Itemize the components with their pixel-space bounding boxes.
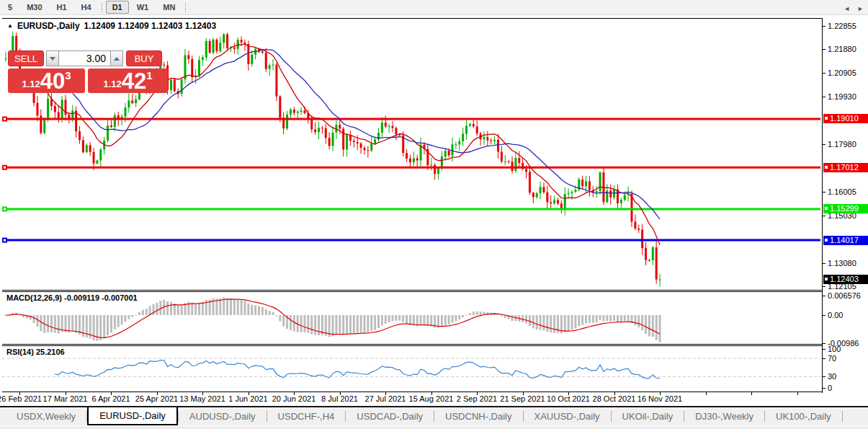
bid-price-prefix: 1.12 (22, 79, 40, 92)
date-label: 20 Jun 2021 (272, 394, 316, 403)
price-axis-label: 1.21880 (828, 45, 856, 53)
date-label: 27 Jul 2021 (365, 394, 406, 403)
price-axis-tick (823, 358, 826, 359)
price-axis-tick (823, 144, 826, 145)
price-axis-tick (823, 192, 826, 193)
price-axis-tick (823, 263, 826, 264)
date-axis-tick (706, 392, 707, 395)
main-chart-panel: ▲ EURUSD-,Daily 1.12409 1.12409 1.12403 … (2, 18, 822, 291)
timeframe-button-5[interactable]: 5 (1, 1, 19, 14)
volume-spinner: 3.00 (46, 50, 123, 66)
date-label: 1 Jun 2021 (228, 394, 267, 403)
timeframe-button-m30[interactable]: M30 (20, 1, 48, 14)
timeframe-button-mn[interactable]: MN (156, 1, 182, 14)
price-axis-tick (823, 49, 826, 50)
ask-price-box[interactable]: 1.12421 (88, 68, 168, 93)
chart-tab-usdx-weekly[interactable]: USDX,Weekly (6, 407, 86, 425)
price-axis-label: 70 (828, 354, 836, 363)
date-label: 15 Aug 2021 (409, 394, 454, 403)
price-axis-tick (823, 388, 826, 389)
chart-tab-ukoil-daily[interactable]: UKOil-,Daily (612, 407, 684, 425)
price-axis-tick (823, 343, 826, 344)
ask-price-pip: 1 (146, 68, 152, 81)
sell-button[interactable]: SELL (8, 50, 44, 66)
macd-label: MACD(12,26,9) -0.009119 -0.007001 (6, 293, 138, 302)
rsi-chart (2, 346, 820, 392)
timeframe-button-w1[interactable]: W1 (130, 1, 156, 14)
price-badge-119010: 1.19010 (823, 114, 868, 123)
chart-tab-bar: USDX,WeeklyEURUSD-,DailyAUDUSD-,DailyUSD… (0, 406, 868, 425)
one-click-trading-panel: SELL 3.00 BUY 1.12403 1.12421 (8, 50, 168, 93)
date-label: 13 May 2021 (179, 394, 225, 403)
ask-price-prefix: 1.12 (103, 79, 121, 92)
tab-scroll-nav: ◄ ► (844, 5, 864, 12)
date-label: 8 Jul 2021 (321, 394, 358, 403)
date-axis: 26 Feb 202117 Mar 20216 Apr 202125 Apr 2… (2, 392, 822, 406)
volume-input[interactable]: 3.00 (59, 50, 110, 66)
chart-ohlc-values: 1.12409 1.12409 1.12403 1.12403 (84, 21, 217, 31)
price-axis-tick (823, 216, 826, 216)
buy-button[interactable]: BUY (126, 50, 162, 66)
price-axis-label: 0 (828, 384, 832, 392)
price-axis-label: 1.22855 (828, 22, 856, 30)
tab-scroll-left-icon[interactable]: ◄ (844, 5, 850, 12)
chart-tab-usdcnh-daily[interactable]: USDCNH-,Daily (434, 407, 522, 425)
chart-symbol-label: EURUSD-,Daily (17, 21, 80, 31)
chart-tab-usdchf-h4[interactable]: USDCHF-,H4 (267, 407, 346, 425)
volume-decrease-button[interactable] (46, 50, 59, 66)
tab-separator (842, 411, 843, 422)
tab-scroll-right-icon[interactable]: ► (857, 5, 864, 12)
chart-tab-dj30-weekly[interactable]: DJ30-,Weekly (684, 407, 764, 425)
price-axis-label: 1.16005 (828, 187, 856, 196)
price-axis-tick (823, 296, 826, 296)
price-axis-tick (823, 97, 826, 97)
chart-tab-uk100-daily[interactable]: UK100-,Daily (765, 407, 842, 425)
trading-terminal-window: 5M30H1H4D1W1MN ▲ EURUSD-,Daily 1.12409 1… (0, 0, 868, 429)
price-axis-tick (823, 349, 826, 350)
macd-indicator-panel: MACD(12,26,9) -0.009119 -0.007001 (2, 291, 822, 345)
timeframe-button-h4[interactable]: H4 (75, 1, 98, 14)
price-axis-label: 100 (828, 345, 841, 353)
timeframe-button-h1[interactable]: H1 (50, 1, 73, 14)
price-badge-114017: 1.14017 (823, 236, 868, 245)
price-badge-115299: 1.15299 (823, 204, 868, 213)
price-badge-117012: 1.17012 (823, 163, 868, 172)
date-label: 26 Feb 2021 (0, 394, 42, 403)
chart-title: ▲ EURUSD-,Daily 1.12409 1.12409 1.12403 … (7, 21, 216, 31)
date-label: 25 Apr 2021 (135, 394, 178, 403)
ask-price-main: 42 (122, 71, 146, 92)
chart-collapse-icon[interactable]: ▲ (7, 22, 13, 29)
arrow-down-icon (50, 57, 55, 61)
price-badge-current: 1.12403 (823, 275, 868, 284)
timeframe-button-d1[interactable]: D1 (106, 1, 129, 14)
price-axis-label: 1.13080 (828, 259, 856, 267)
date-label: 17 Mar 2021 (43, 394, 88, 403)
date-axis-tick (751, 392, 752, 395)
price-axis-label: 1.19930 (828, 92, 856, 101)
chart-tab-usdcad-daily[interactable]: USDCAD-,Daily (346, 407, 434, 425)
date-label: 21 Sep 2021 (500, 394, 545, 403)
price-axis-label: 1.20905 (828, 68, 856, 77)
volume-increase-button[interactable] (110, 50, 123, 66)
chart-tab-xauusd-daily[interactable]: XAUUSD-,Daily (524, 407, 611, 425)
date-label: 28 Oct 2021 (593, 394, 636, 403)
bid-price-pip: 3 (65, 68, 71, 81)
date-label: 16 Nov 2021 (637, 394, 682, 403)
price-axis-tick (823, 315, 826, 316)
price-axis: 1.228551.218801.209051.199301.179801.160… (822, 18, 868, 393)
chart-tab-audusd-daily[interactable]: AUDUSD-,Daily (179, 407, 267, 425)
price-axis-label: 0.006576 (828, 291, 861, 300)
toolbar-separator (185, 2, 186, 13)
price-axis-label: 30 (828, 372, 836, 381)
rsi-indicator-panel: RSI(14) 25.2106 (2, 345, 822, 392)
bid-price-main: 40 (40, 71, 65, 92)
bid-price-box[interactable]: 1.12403 (8, 68, 85, 93)
price-axis-tick (823, 73, 826, 74)
toolbar-separator (102, 2, 102, 13)
arrow-up-icon (114, 57, 120, 61)
rsi-label: RSI(14) 25.2106 (6, 348, 65, 356)
date-label: 6 Apr 2021 (91, 394, 130, 403)
chart-tab-eurusd-daily[interactable]: EURUSD-,Daily (87, 407, 178, 425)
price-axis-tick (823, 376, 826, 377)
price-axis-tick (823, 26, 826, 27)
